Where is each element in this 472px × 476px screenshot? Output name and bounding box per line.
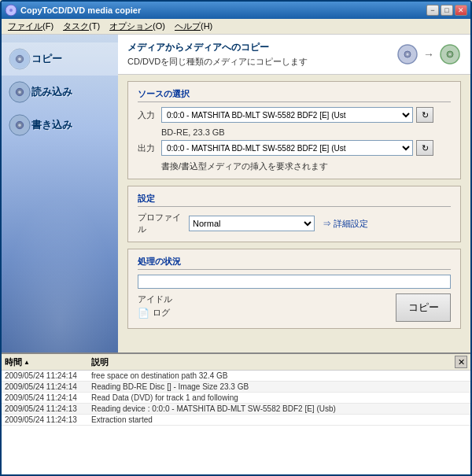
log-row[interactable]: 📄 ログ (138, 307, 172, 319)
log-area: 時間 ▲ 説明 ✕ 2009/05/24 11:24:14free space … (2, 352, 470, 474)
window-title: CopyToCD/DVD media copier (20, 6, 426, 15)
window: CopyToCD/DVD media copier − □ ✕ ファイル(F) … (0, 0, 472, 476)
settings-section: 設定 プロファイル Normal ⇒ 詳細設定 (127, 186, 461, 242)
menu-task[interactable]: タスク(T) (58, 19, 105, 34)
log-entry-time: 2009/05/24 11:24:14 (5, 393, 91, 402)
output-refresh-button[interactable]: ↻ (416, 140, 433, 156)
minimize-button[interactable]: − (426, 5, 439, 16)
log-entry-time: 2009/05/24 11:24:13 (5, 415, 91, 424)
input-row: 入力 0:0:0 - MATSHITA BD-MLT SW-5582 BDF2 … (138, 107, 451, 123)
menu-file[interactable]: ファイル(F) (3, 19, 58, 34)
main-area: コピー 読み込み 書き込み (2, 35, 470, 352)
sidebar-write-label: 書き込み (31, 118, 72, 132)
app-icon (5, 4, 17, 17)
log-entry: 2009/05/24 11:24:13Reading device : 0:0:… (2, 404, 470, 415)
page-title: メディアからメディアへのコピー (127, 41, 396, 54)
input-select-wrap: 0:0:0 - MATSHITA BD-MLT SW-5582 BDF2 [E]… (161, 107, 451, 123)
settings-section-label: 設定 (138, 193, 451, 207)
log-entries: 2009/05/24 11:24:14free space on destina… (2, 371, 470, 474)
source-section-label: ソースの選択 (138, 88, 451, 102)
header-disc-icons: → (396, 43, 461, 65)
log-entry: 2009/05/24 11:24:14Read Data (DVD) for t… (2, 393, 470, 404)
read-icon (8, 80, 31, 104)
status-left: アイドル 📄 ログ (138, 293, 172, 319)
log-doc-icon: 📄 (138, 308, 149, 319)
warning-text: 書換/書込型メディアの挿入を要求されます (161, 161, 451, 172)
window-controls: − □ ✕ (426, 5, 467, 16)
progress-bar (138, 275, 451, 289)
log-entry-desc: Reading BD-RE Disc [] - Image Size 23.3 … (91, 382, 467, 391)
profile-label: プロファイル (138, 212, 189, 235)
refresh-icon-2: ↻ (422, 143, 429, 153)
refresh-icon: ↻ (422, 110, 429, 120)
sidebar-read-label: 読み込み (31, 85, 72, 99)
log-entry-time: 2009/05/24 11:24:14 (5, 382, 91, 391)
svg-point-11 (18, 124, 21, 127)
log-time-header: 時間 ▲ (5, 356, 91, 368)
input-label: 入力 (138, 109, 161, 121)
menu-options[interactable]: オプション(O) (105, 19, 170, 34)
sidebar-item-write[interactable]: 書き込み (2, 109, 118, 142)
output-label: 出力 (138, 142, 161, 154)
log-entry-desc: Read Data (DVD) for track 1 and followin… (91, 393, 467, 402)
source-disc-icon (396, 43, 419, 65)
log-desc-header: 説明 (91, 356, 455, 368)
log-entry-time: 2009/05/24 11:24:13 (5, 404, 91, 413)
header: メディアからメディアへのコピー CD/DVDを同じ種類のメディアにコピーします … (118, 35, 470, 75)
log-entry-time: 2009/05/24 11:24:14 (5, 371, 91, 380)
status-section: 処理の状況 アイドル 📄 ログ コピー (127, 249, 461, 329)
svg-point-14 (407, 54, 409, 56)
svg-point-4 (18, 57, 21, 61)
page-subtitle: CD/DVDを同じ種類のメディアにコピーします (127, 56, 396, 68)
log-header: 時間 ▲ 説明 ✕ (2, 354, 470, 371)
profile-select[interactable]: Normal (189, 216, 315, 231)
log-entry: 2009/05/24 11:24:14Reading BD-RE Disc []… (2, 382, 470, 393)
content-area: メディアからメディアへのコピー CD/DVDを同じ種類のメディアにコピーします … (118, 35, 470, 352)
header-text: メディアからメディアへのコピー CD/DVDを同じ種類のメディアにコピーします (127, 41, 396, 68)
svg-point-8 (18, 90, 21, 94)
arrow-icon: → (423, 48, 434, 61)
maximize-button[interactable]: □ (441, 5, 453, 16)
form-area: ソースの選択 入力 0:0:0 - MATSHITA BD-MLT SW-558… (118, 75, 470, 352)
copy-action-button[interactable]: コピー (396, 293, 451, 322)
source-section: ソースの選択 入力 0:0:0 - MATSHITA BD-MLT SW-558… (127, 81, 461, 179)
svg-point-17 (449, 54, 452, 56)
status-row: アイドル 📄 ログ コピー (138, 293, 451, 322)
output-row: 出力 0:0:0 - MATSHITA BD-MLT SW-5582 BDF2 … (138, 140, 451, 156)
copy-icon (8, 47, 31, 71)
log-entry-desc: Extraction started (91, 415, 467, 424)
title-bar: CopyToCD/DVD media copier − □ ✕ (2, 2, 470, 19)
log-entry: 2009/05/24 11:24:13Extraction started (2, 415, 470, 426)
input-drive-select[interactable]: 0:0:0 - MATSHITA BD-MLT SW-5582 BDF2 [E]… (161, 107, 413, 123)
detail-settings-button[interactable]: ⇒ 詳細設定 (323, 218, 368, 230)
sidebar: コピー 読み込み 書き込み (2, 35, 118, 352)
output-select-wrap: 0:0:0 - MATSHITA BD-MLT SW-5582 BDF2 [E]… (161, 140, 451, 156)
menu-help[interactable]: ヘルプ(H) (170, 19, 217, 34)
dest-disc-icon (439, 43, 461, 65)
log-label: ログ (153, 307, 170, 319)
sidebar-copy-label: コピー (31, 52, 62, 66)
profile-row: プロファイル Normal ⇒ 詳細設定 (138, 212, 451, 235)
input-info-text: BD-RE, 23.3 GB (161, 127, 451, 137)
log-entry-desc: free space on destination path 32.4 GB (91, 371, 467, 380)
log-entry-desc: Reading device : 0:0:0 - MATSHITA BD-MLT… (91, 404, 467, 413)
close-button[interactable]: ✕ (455, 5, 467, 16)
svg-point-1 (9, 9, 13, 12)
sidebar-item-read[interactable]: 読み込み (2, 76, 118, 109)
log-entry: 2009/05/24 11:24:14free space on destina… (2, 371, 470, 382)
status-idle-text: アイドル (138, 293, 172, 305)
menu-bar: ファイル(F) タスク(T) オプション(O) ヘルプ(H) (2, 19, 470, 35)
sidebar-item-copy[interactable]: コピー (2, 42, 118, 76)
write-icon (8, 113, 31, 137)
close-log-button[interactable]: ✕ (455, 356, 467, 368)
output-drive-select[interactable]: 0:0:0 - MATSHITA BD-MLT SW-5582 BDF2 [E]… (161, 140, 413, 156)
status-section-label: 処理の状況 (138, 256, 451, 270)
input-refresh-button[interactable]: ↻ (416, 107, 433, 123)
